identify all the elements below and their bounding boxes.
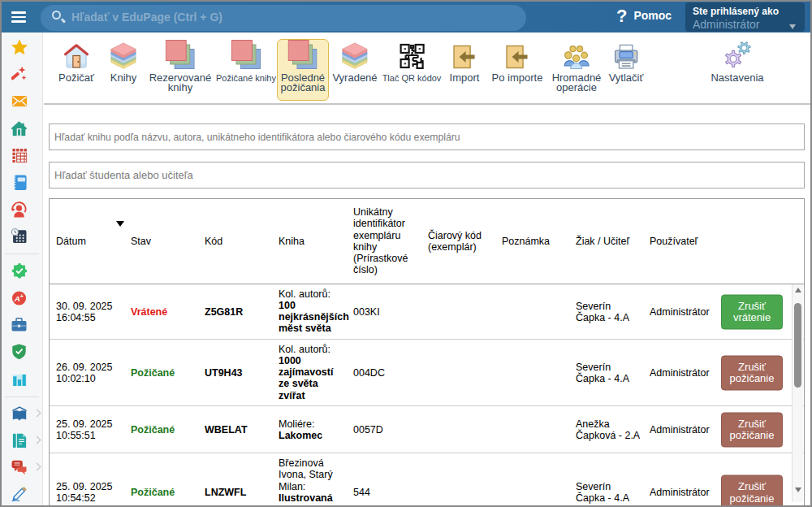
svg-text:+: + (20, 293, 24, 299)
svg-text:A: A (14, 294, 20, 303)
